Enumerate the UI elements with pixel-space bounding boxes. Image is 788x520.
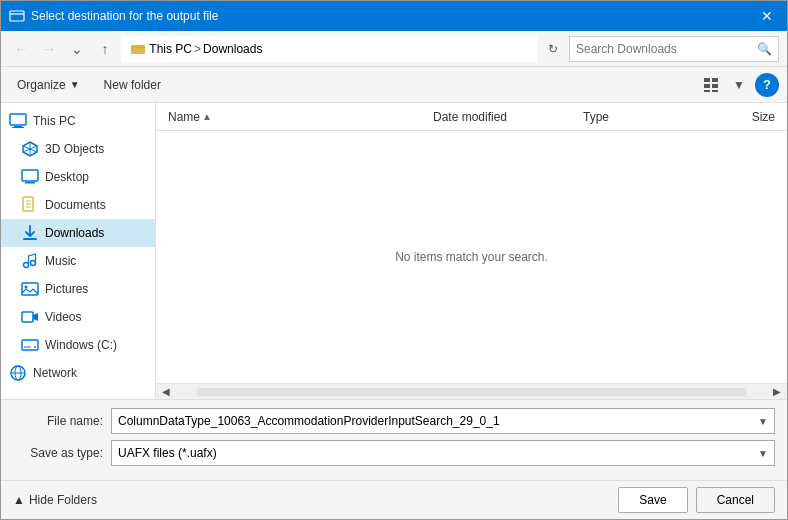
dialog-icon (9, 8, 25, 24)
dialog-title: Select destination for the output file (31, 9, 755, 23)
svg-rect-9 (10, 114, 26, 125)
svg-rect-7 (704, 90, 710, 92)
organize-chevron: ▼ (70, 79, 80, 90)
view-icon (703, 77, 719, 93)
file-name-value: ColumnDataType_10063_AccommodationProvid… (118, 414, 758, 428)
address-bar: ← → ⌄ ↑ This PC > Downloads ↻ 🔍 (1, 31, 787, 67)
content-area: Name ▲ Date modified Type Size No items … (156, 103, 787, 399)
col-header-size[interactable]: Size (699, 103, 779, 130)
col-header-type[interactable]: Type (579, 103, 699, 130)
sidebar-label-videos: Videos (45, 310, 81, 324)
up-button[interactable]: ↑ (93, 37, 117, 61)
save-as-type-input[interactable]: UAFX files (*.uafx) ▼ (111, 440, 775, 466)
sidebar-item-documents[interactable]: Documents (1, 191, 155, 219)
sidebar-item-network[interactable]: Network (1, 359, 155, 387)
help-button[interactable]: ? (755, 73, 779, 97)
sidebar-item-this-pc[interactable]: This PC (1, 107, 155, 135)
horizontal-scrollbar[interactable]: ◀ ▶ (156, 383, 787, 399)
sidebar: This PC 3D Objects Desktop Documents (1, 103, 156, 399)
save-as-type-label: Save as type: (13, 446, 103, 460)
sidebar-item-windows-c[interactable]: Windows (C:) (1, 331, 155, 359)
breadcrumb-downloads[interactable]: Downloads (203, 42, 262, 56)
view-button[interactable] (699, 73, 723, 97)
column-headers: Name ▲ Date modified Type Size (156, 103, 787, 131)
sidebar-label-pictures: Pictures (45, 282, 88, 296)
save-as-type-row: Save as type: UAFX files (*.uafx) ▼ (13, 440, 775, 466)
breadcrumb[interactable]: This PC > Downloads (121, 36, 537, 62)
footer-buttons: Save Cancel (618, 487, 775, 513)
file-name-dropdown-arrow: ▼ (758, 416, 768, 427)
sidebar-item-downloads[interactable]: Downloads (1, 219, 155, 247)
toolbar-right: ▼ ? (699, 73, 779, 97)
svg-rect-28 (22, 340, 38, 350)
sidebar-item-desktop[interactable]: Desktop (1, 163, 155, 191)
close-button[interactable]: ✕ (755, 4, 779, 28)
svg-rect-5 (704, 84, 710, 88)
scroll-right-button[interactable]: ▶ (767, 384, 787, 400)
sidebar-label-documents: Documents (45, 198, 106, 212)
svg-rect-16 (22, 170, 38, 181)
file-list: No items match your search. (156, 131, 787, 383)
sidebar-item-music[interactable]: Music (1, 247, 155, 275)
sidebar-label-desktop: Desktop (45, 170, 89, 184)
main-area: This PC 3D Objects Desktop Documents (1, 103, 787, 399)
sidebar-label-network: Network (33, 366, 77, 380)
videos-icon (21, 308, 39, 326)
svg-rect-25 (22, 283, 38, 295)
svg-point-29 (34, 346, 36, 348)
svg-rect-8 (712, 90, 718, 92)
refresh-button[interactable]: ↻ (541, 37, 565, 61)
drive-icon (21, 336, 39, 354)
sidebar-item-3d-objects[interactable]: 3D Objects (1, 135, 155, 163)
svg-rect-2 (131, 45, 136, 47)
view-dropdown-button[interactable]: ▼ (727, 73, 751, 97)
back-button[interactable]: ← (9, 37, 33, 61)
col-header-name[interactable]: Name ▲ (164, 103, 429, 130)
svg-rect-0 (10, 11, 24, 21)
folder-icon (130, 41, 146, 57)
sort-arrow-name: ▲ (202, 111, 212, 122)
file-name-row: File name: ColumnDataType_10063_Accommod… (13, 408, 775, 434)
documents-icon (21, 196, 39, 214)
sidebar-item-videos[interactable]: Videos (1, 303, 155, 331)
svg-rect-6 (712, 84, 718, 88)
svg-rect-3 (704, 78, 710, 82)
toolbar: Organize ▼ New folder ▼ ? (1, 67, 787, 103)
dialog: Select destination for the output file ✕… (0, 0, 788, 520)
sidebar-label-windows-c: Windows (C:) (45, 338, 117, 352)
scroll-left-button[interactable]: ◀ (156, 384, 176, 400)
svg-rect-4 (712, 78, 718, 82)
cancel-button[interactable]: Cancel (696, 487, 775, 513)
network-icon (9, 364, 27, 382)
hide-folders-toggle[interactable]: ▲ Hide Folders (13, 493, 97, 507)
sidebar-label-3d-objects: 3D Objects (45, 142, 104, 156)
desktop-icon (21, 168, 39, 186)
sidebar-item-pictures[interactable]: Pictures (1, 275, 155, 303)
recent-button[interactable]: ⌄ (65, 37, 89, 61)
svg-rect-17 (25, 182, 35, 184)
empty-message: No items match your search. (395, 250, 548, 264)
sidebar-label-downloads: Downloads (45, 226, 104, 240)
svg-rect-27 (22, 312, 33, 322)
search-input[interactable] (576, 42, 757, 56)
new-folder-button[interactable]: New folder (96, 74, 169, 96)
search-icon: 🔍 (757, 42, 772, 56)
search-box[interactable]: 🔍 (569, 36, 779, 62)
svg-rect-11 (12, 127, 24, 128)
music-icon (21, 252, 39, 270)
bottom-section: File name: ColumnDataType_10063_Accommod… (1, 399, 787, 480)
col-header-date[interactable]: Date modified (429, 103, 579, 130)
title-bar: Select destination for the output file ✕ (1, 1, 787, 31)
organize-button[interactable]: Organize ▼ (9, 74, 88, 96)
forward-button[interactable]: → (37, 37, 61, 61)
hide-folders-label: Hide Folders (29, 493, 97, 507)
save-as-type-value: UAFX files (*.uafx) (118, 446, 758, 460)
svg-point-24 (31, 261, 36, 266)
scrollbar-track[interactable] (196, 388, 747, 396)
downloads-icon (21, 224, 39, 242)
save-button[interactable]: Save (618, 487, 687, 513)
svg-point-26 (25, 286, 28, 289)
breadcrumb-this-pc[interactable]: This PC (149, 42, 192, 56)
file-name-label: File name: (13, 414, 103, 428)
file-name-input[interactable]: ColumnDataType_10063_AccommodationProvid… (111, 408, 775, 434)
